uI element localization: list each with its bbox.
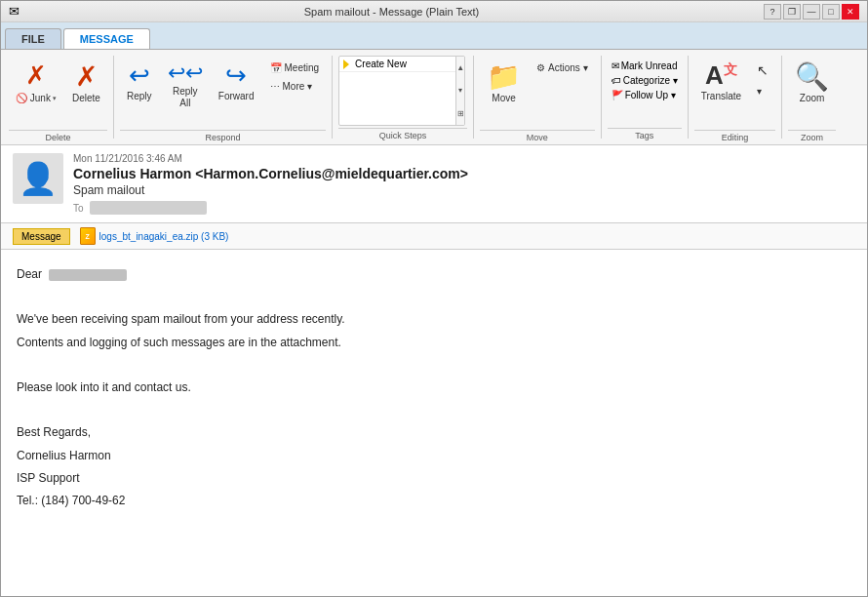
actions-button[interactable]: ⚙ Actions ▾ xyxy=(530,60,595,76)
tab-message[interactable]: MESSAGE xyxy=(63,28,150,49)
reply-icon: ↩ xyxy=(129,60,150,91)
ribbon-group-tags: ✉ Mark Unread 🏷 Categorize ▾ 🚩 Follow Up… xyxy=(604,52,686,142)
junk-label: 🚫 Junk xyxy=(16,93,51,103)
categorize-button[interactable]: 🏷 Categorize ▾ xyxy=(608,74,682,87)
move-label: Move xyxy=(492,93,515,104)
greeting-line: Dear xyxy=(17,265,851,284)
quick-steps-group-label: Quick Steps xyxy=(338,128,467,142)
delete-icon: ✗ xyxy=(75,60,98,93)
follow-up-label: Follow Up ▾ xyxy=(625,90,676,100)
recipient-blurred xyxy=(49,269,127,281)
actions-icon: ⚙ xyxy=(536,62,545,73)
attachment-file[interactable]: Z logs_bt_inagaki_ea.zip (3 KB) xyxy=(80,227,229,245)
editing-more-button[interactable]: ▾ xyxy=(750,83,775,100)
ribbon-group-delete: ✗ 🚫 Junk ▾ ✗ Delete Delete xyxy=(5,52,111,142)
zoom-group-label: Zoom xyxy=(788,130,836,144)
zip-icon: Z xyxy=(80,227,96,245)
body-spacer1 xyxy=(17,288,851,306)
forward-button[interactable]: ↪ Forward xyxy=(212,56,261,130)
translate-button[interactable]: A文 Translate xyxy=(694,56,748,130)
maximize-button[interactable]: □ xyxy=(822,4,840,20)
dear-text: Dear xyxy=(17,267,42,281)
move-icon: 📁 xyxy=(487,60,521,93)
more-button[interactable]: ⋯ More ▾ xyxy=(263,78,327,95)
tab-bar: FILE MESSAGE xyxy=(1,22,867,50)
forward-label: Forward xyxy=(218,91,255,102)
translate-label: Translate xyxy=(701,91,741,102)
cursor-button[interactable]: ↖ xyxy=(750,60,775,81)
tab-file[interactable]: FILE xyxy=(5,28,61,49)
meeting-label: Meeting xyxy=(285,62,320,73)
body-spacer3 xyxy=(17,401,851,419)
ribbon: ✗ 🚫 Junk ▾ ✗ Delete Delete ↩ Reply ↩↩ Re… xyxy=(1,50,867,145)
delete-label: Delete xyxy=(72,93,100,104)
avatar-icon: 👤 xyxy=(19,160,58,197)
follow-up-icon: 🚩 xyxy=(612,90,623,100)
tel-number: (184) 700-49-62 xyxy=(41,494,125,507)
quick-steps-create-new[interactable]: Create New xyxy=(339,57,455,72)
ribbon-group-respond: ↩ Reply ↩↩ ReplyAll ↪ Forward 📅 Meeting … xyxy=(116,52,330,142)
email-date: Mon 11/21/2016 3:46 AM xyxy=(73,153,855,164)
sender-tel: Tel.: (184) 700-49-62 xyxy=(17,492,851,510)
ribbon-group-quick-steps: Create New ▲ ▾ ⊞ Quick Steps xyxy=(335,52,471,142)
quick-steps-label: Create New xyxy=(355,59,407,69)
junk-dropdown-arrow: ▾ xyxy=(53,95,57,102)
attachments-bar: Message Z logs_bt_inagaki_ea.zip (3 KB) xyxy=(1,223,867,250)
delete-group-label: Delete xyxy=(9,130,107,144)
message-tab[interactable]: Message xyxy=(13,228,70,245)
closing: Best Regards, xyxy=(17,423,851,442)
categorize-icon: 🏷 xyxy=(612,75,621,86)
sender-org: ISP Support xyxy=(17,469,851,488)
editing-more-icon: ▾ xyxy=(757,86,762,97)
sender-avatar: 👤 xyxy=(13,153,63,204)
junk-button[interactable]: ✗ 🚫 Junk ▾ xyxy=(9,56,63,130)
zoom-label: Zoom xyxy=(800,93,825,104)
move-button[interactable]: 📁 Move xyxy=(480,56,528,130)
reply-all-button[interactable]: ↩↩ ReplyAll xyxy=(161,56,210,130)
email-subject: Spam mailout xyxy=(73,183,855,197)
categorize-label: Categorize ▾ xyxy=(623,75,678,86)
email-body: Dear We've been receiving spam mailout f… xyxy=(1,250,867,530)
to-label: To xyxy=(73,203,84,214)
body-spacer2 xyxy=(17,356,851,375)
actions-label: Actions ▾ xyxy=(548,62,588,73)
delete-button[interactable]: ✗ Delete xyxy=(65,56,107,130)
meeting-button[interactable]: 📅 Meeting xyxy=(263,60,327,76)
zoom-button[interactable]: 🔍 Zoom xyxy=(788,56,836,130)
minimize-button[interactable]: — xyxy=(803,4,820,20)
reply-label: Reply xyxy=(127,91,152,102)
ribbon-group-zoom: 🔍 Zoom Zoom xyxy=(784,52,840,142)
help-button[interactable]: ? xyxy=(764,4,781,20)
window-title: Spam mailout - Message (Plain Text) xyxy=(20,6,764,18)
window-controls: ? ❐ — □ ✕ xyxy=(764,4,859,20)
mark-unread-label: Mark Unread xyxy=(621,60,678,71)
email-to-row: To xyxy=(73,201,855,215)
email-header: 👤 Mon 11/21/2016 3:46 AM Cornelius Harmo… xyxy=(1,145,867,223)
ribbon-group-editing: A文 Translate ↖ ▾ Editing xyxy=(690,52,779,142)
follow-up-button[interactable]: 🚩 Follow Up ▾ xyxy=(608,89,682,101)
body-para2: Contents and logging of such messages ar… xyxy=(17,334,851,352)
attachment-filename: logs_bt_inagaki_ea.zip (3 KB) xyxy=(99,231,229,242)
restore-button[interactable]: ❐ xyxy=(783,4,801,20)
tel-label: Tel.: xyxy=(17,494,38,507)
editing-group-label: Editing xyxy=(694,130,775,144)
move-group-label: Move xyxy=(480,130,595,144)
close-button[interactable]: ✕ xyxy=(842,4,859,20)
reply-all-label: ReplyAll xyxy=(173,86,198,109)
more-icon: ⋯ xyxy=(270,81,280,92)
quick-steps-scroll-down[interactable]: ▾ xyxy=(456,79,464,101)
mark-unread-icon: ✉ xyxy=(612,60,619,71)
respond-group-label: Respond xyxy=(120,130,326,144)
quick-steps-expand[interactable]: ⊞ xyxy=(456,102,464,125)
translate-icon: A文 xyxy=(705,60,737,91)
meeting-icon: 📅 xyxy=(270,62,282,73)
sender-name: Cornelius Harmon xyxy=(17,447,851,465)
forward-icon: ↪ xyxy=(225,60,247,91)
cursor-icon: ↖ xyxy=(757,62,769,78)
reply-button[interactable]: ↩ Reply xyxy=(120,56,159,130)
quick-steps-scroll-up[interactable]: ▲ xyxy=(456,57,464,79)
mark-unread-button[interactable]: ✉ Mark Unread xyxy=(608,60,682,72)
ribbon-group-move: 📁 Move ⚙ Actions ▾ Move xyxy=(476,52,599,142)
email-meta: Mon 11/21/2016 3:46 AM Cornelius Harmon … xyxy=(73,153,855,215)
email-from: Cornelius Harmon <Harmon.Cornelius@mield… xyxy=(73,166,855,181)
